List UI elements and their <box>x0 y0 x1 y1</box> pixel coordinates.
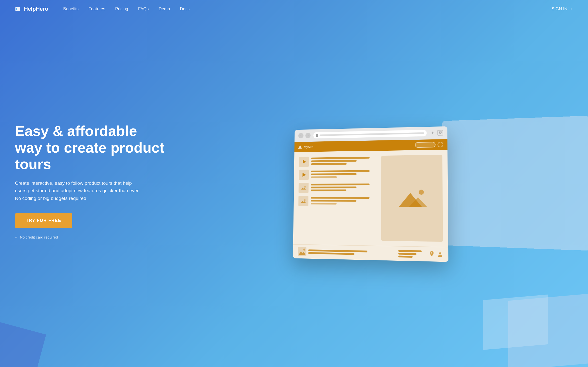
site-logo-triangle-icon <box>298 145 302 149</box>
footer-thumb <box>298 247 306 256</box>
sign-in-link[interactable]: SIGN IN → <box>552 6 573 11</box>
play-icon <box>302 173 306 177</box>
text-line <box>311 173 357 175</box>
site-logo-area: MySite <box>298 145 313 149</box>
image-icon <box>300 199 306 203</box>
no-cc-label: ✓ No credit card required <box>15 235 164 239</box>
nav-demo[interactable]: Demo <box>159 6 170 11</box>
nav-benefits[interactable]: Benefits <box>63 6 78 11</box>
hero-illustration: ‹ › + <box>164 122 573 269</box>
map-pin-icon <box>429 251 434 257</box>
hero-subtitle: Create interactive, easy to follow produ… <box>15 180 145 202</box>
svg-rect-3 <box>440 131 441 133</box>
logo-icon <box>15 5 22 12</box>
hero-content: Easy & affordable way to create product … <box>15 123 164 269</box>
site-list <box>298 156 376 241</box>
list-lines-2 <box>311 169 376 178</box>
image-icon <box>301 186 306 190</box>
list-item <box>298 183 376 193</box>
footer-right-section <box>398 250 443 258</box>
person-icon <box>437 251 443 257</box>
browser-actions: + <box>430 130 443 136</box>
svg-point-17 <box>439 252 441 254</box>
cta-button[interactable]: TRY FOR FREE <box>15 213 72 228</box>
nav-faqs[interactable]: FAQs <box>138 6 149 11</box>
copy-icon <box>439 131 441 134</box>
hero-section: Easy & affordable way to create product … <box>0 0 588 367</box>
copy-button[interactable] <box>438 130 443 136</box>
sign-in-arrow: → <box>569 6 573 11</box>
sign-in-label: SIGN IN <box>552 6 567 11</box>
bg-shape-2 <box>508 294 588 367</box>
main-nav: HelpHero Benefits Features Pricing FAQs … <box>0 0 588 18</box>
site-name-label: MySite <box>304 145 313 149</box>
browser-nav-buttons: ‹ › <box>298 133 310 138</box>
address-bar-fill <box>320 132 424 136</box>
bg-shape-3 <box>483 295 548 350</box>
logo-text: HelpHero <box>24 6 48 12</box>
site-footer-row <box>293 244 448 262</box>
new-tab-button[interactable]: + <box>430 130 436 136</box>
text-line <box>398 253 416 255</box>
lock-icon <box>316 134 318 137</box>
text-line <box>311 176 337 178</box>
text-line <box>311 160 357 162</box>
site-header-right <box>415 142 443 148</box>
list-lines-3 <box>311 183 376 191</box>
text-line <box>311 170 370 172</box>
back-button[interactable]: ‹ <box>298 133 303 138</box>
logo[interactable]: HelpHero <box>15 5 48 12</box>
nav-pricing[interactable]: Pricing <box>115 6 128 11</box>
text-line <box>311 189 347 191</box>
bg-shape-1 <box>0 322 46 367</box>
svg-point-13 <box>419 190 424 195</box>
text-line <box>311 197 369 199</box>
footer-lines <box>308 249 393 256</box>
list-item <box>299 169 376 180</box>
list-item <box>298 196 376 206</box>
hero-title: Easy & affordable way to create product … <box>15 123 164 173</box>
text-line <box>311 163 347 165</box>
list-lines-4 <box>311 196 376 205</box>
nav-links: Benefits Features Pricing FAQs Demo Docs <box>63 6 552 11</box>
text-line <box>398 250 422 252</box>
nav-features[interactable]: Features <box>88 6 105 11</box>
text-line <box>398 255 413 257</box>
no-cc-text: No credit card required <box>20 235 58 239</box>
text-line <box>311 184 369 185</box>
footer-icons <box>429 251 443 257</box>
play-icon <box>302 160 306 164</box>
browser-mockup: ‹ › + <box>293 126 448 262</box>
mountain-illustration <box>394 186 430 209</box>
svg-rect-2 <box>439 132 441 134</box>
text-line <box>311 157 369 159</box>
site-image-panel <box>381 155 443 242</box>
list-thumb-1 <box>299 157 309 167</box>
list-thumb-2 <box>299 170 309 180</box>
site-header-circle[interactable] <box>438 142 443 147</box>
checkmark-icon: ✓ <box>15 235 18 239</box>
browser-shadow-panel <box>440 116 588 251</box>
forward-button[interactable]: › <box>305 133 311 138</box>
list-thumb-4 <box>298 196 308 206</box>
address-bar[interactable] <box>313 130 427 138</box>
text-line <box>308 249 367 252</box>
footer-list-item <box>298 247 393 258</box>
list-lines-1 <box>311 156 376 165</box>
list-thumb-3 <box>298 183 308 193</box>
text-line <box>308 252 354 255</box>
nav-docs[interactable]: Docs <box>180 6 190 11</box>
list-item <box>299 156 376 167</box>
site-body <box>293 150 448 247</box>
text-line <box>311 203 337 204</box>
text-line <box>311 200 356 201</box>
footer-image-icon <box>298 247 306 256</box>
footer-text-block <box>398 250 424 258</box>
text-line <box>311 186 356 188</box>
site-header-button[interactable] <box>415 142 436 148</box>
